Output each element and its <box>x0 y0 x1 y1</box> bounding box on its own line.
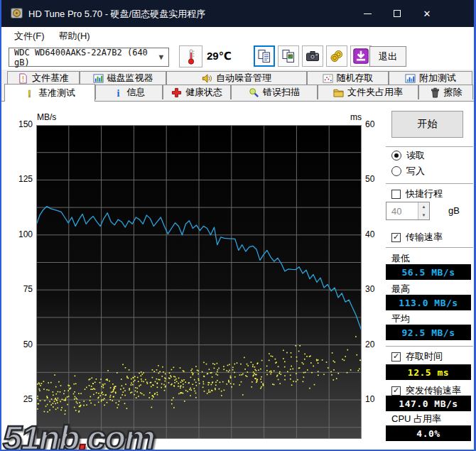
trash-icon <box>430 87 440 98</box>
right-axis-title: ms <box>342 112 362 122</box>
tab-label: 自动噪音管理 <box>216 72 271 85</box>
temperature-button[interactable] <box>179 45 202 67</box>
tab-benchmark-active[interactable]: ! 基准测试 <box>4 84 95 102</box>
tab-random-access[interactable]: 随机存取 <box>307 71 389 85</box>
short-stroke-row[interactable]: 快捷行程 <box>391 188 443 200</box>
benchmark-content: MB/s ms 150125100755025605040302010 开始 读… <box>1 101 474 450</box>
close-button[interactable]: ✕ <box>412 0 442 27</box>
tab-label: 随机存取 <box>337 72 374 85</box>
coins-icon <box>330 49 344 63</box>
svg-text:!: ! <box>28 88 31 99</box>
write-radio[interactable] <box>391 166 401 176</box>
avg-label: 平均 <box>391 313 410 325</box>
tab-label: 磁盘监视器 <box>107 72 153 85</box>
menu-file[interactable]: 文件(F) <box>7 27 52 45</box>
transfer-rate-checkbox[interactable] <box>391 233 401 242</box>
benchmark-chart <box>36 125 362 439</box>
camera-icon <box>305 49 320 63</box>
tab-extra-tests[interactable]: 附加测试 <box>389 71 472 85</box>
hdtune-window: HD Tune Pro 5.70 - 硬盘/固态硬盘实用程序 ✕ 文件(F) 帮… <box>0 0 476 451</box>
min-speed-display: 56.5 MB/s <box>386 264 471 280</box>
stepper-arrows[interactable]: ▲ ▼ <box>418 202 429 219</box>
stepper-down-icon[interactable]: ▼ <box>418 211 429 219</box>
toolbar: WDC WD6400AAKS-22A7B2 (640 gB) ▼ 29℃ <box>1 45 474 70</box>
register-button[interactable] <box>326 45 347 67</box>
short-stroke-label: 快捷行程 <box>406 188 443 200</box>
left-axis-tick: 25 <box>10 394 33 404</box>
disk-monitor-icon <box>93 73 104 84</box>
max-speed-display: 113.0 MB/s <box>386 295 471 310</box>
left-axis-title: MB/s <box>37 112 56 122</box>
app-harddisk-icon <box>11 7 23 19</box>
tab-disk-monitor[interactable]: 磁盘监视器 <box>80 71 166 85</box>
left-axis-tick: 50 <box>10 339 33 349</box>
transfer-rate-row[interactable]: 传输速率 <box>391 231 443 244</box>
copy-image-icon <box>281 49 296 63</box>
burst-rate-checkbox[interactable] <box>391 386 401 396</box>
write-radio-label: 写入 <box>406 165 425 178</box>
minimize-icon <box>364 13 372 14</box>
left-axis-tick: 75 <box>10 284 33 294</box>
close-icon: ✕ <box>423 9 431 19</box>
drive-select-dropdown[interactable]: WDC WD6400AAKS-22A7B2 (640 gB) ▼ <box>9 48 169 67</box>
capacity-value: 40 <box>391 206 401 217</box>
tab-file-benchmark[interactable]: ! 文件基准 <box>7 71 80 85</box>
access-time-display: 12.5 ms <box>386 364 471 380</box>
capacity-stepper[interactable]: 40 ▲ ▼ <box>386 202 430 220</box>
temperature-value: 29℃ <box>207 50 232 63</box>
right-axis-tick: 30 <box>365 284 385 294</box>
right-axis-tick: 60 <box>365 119 385 129</box>
capacity-unit: gB <box>448 205 460 216</box>
svg-text:i: i <box>117 87 119 98</box>
tab-label: 信息 <box>127 86 146 99</box>
transfer-rate-label: 传输速率 <box>406 231 443 244</box>
right-axis-tick: 20 <box>365 339 385 349</box>
copy-text-button[interactable] <box>254 45 275 67</box>
start-button[interactable]: 开始 <box>391 111 463 138</box>
tab-error-scan[interactable]: 错误扫描 <box>231 85 318 99</box>
maximize-button[interactable] <box>382 0 412 27</box>
read-radio-label: 读取 <box>406 149 425 162</box>
extra-tests-icon <box>405 73 416 84</box>
copy-image-button[interactable] <box>278 45 299 67</box>
exit-button[interactable]: 退出 <box>369 46 406 67</box>
access-time-checkbox[interactable] <box>391 352 401 362</box>
screenshot-button[interactable] <box>302 45 323 67</box>
speaker-icon <box>202 73 212 84</box>
tab-label: 文件基准 <box>32 72 69 85</box>
toolbar-buttons <box>254 45 372 67</box>
avg-speed-display: 92.5 MB/s <box>386 325 471 340</box>
read-radio-row[interactable]: 读取 <box>391 149 425 162</box>
minimize-button[interactable] <box>352 0 382 27</box>
tab-aam[interactable]: 自动噪音管理 <box>166 71 307 85</box>
tab-label: 健康状态 <box>185 86 222 99</box>
tab-health[interactable]: 健康状态 <box>163 85 231 99</box>
separator <box>386 346 473 347</box>
access-time-row[interactable]: 存取时间 <box>391 350 443 363</box>
info-icon: i <box>113 87 124 98</box>
tab-info[interactable]: i 信息 <box>95 85 163 99</box>
save-results-button[interactable] <box>350 45 372 67</box>
menu-help[interactable]: 帮助(H) <box>52 27 97 45</box>
stepper-up-icon[interactable]: ▲ <box>418 202 429 211</box>
write-radio-row[interactable]: 写入 <box>391 165 425 178</box>
tab-folder-usage[interactable]: 文件夹占用率 <box>318 85 418 99</box>
drive-select-value: WDC WD6400AAKS-22A7B2 (640 gB) <box>14 48 153 67</box>
separator <box>386 146 473 147</box>
tab-erase[interactable]: 擦除 <box>418 85 473 99</box>
short-stroke-checkbox[interactable] <box>391 190 401 199</box>
tab-label: 错误扫描 <box>263 86 300 99</box>
burst-rate-display: 147.0 MB/s <box>386 396 471 411</box>
right-axis-tick: 40 <box>365 229 385 239</box>
maximize-icon <box>394 10 401 17</box>
right-axis-tick: 10 <box>365 394 385 404</box>
tab-label: 文件夹占用率 <box>347 86 403 99</box>
separator <box>386 247 473 248</box>
access-time-label: 存取时间 <box>406 350 443 363</box>
cpu-usage-label: CPU 占用率 <box>391 413 441 425</box>
title-bar: HD Tune Pro 5.70 - 硬盘/固态硬盘实用程序 ✕ <box>1 0 474 27</box>
tab-label: 擦除 <box>444 86 463 99</box>
window-title: HD Tune Pro 5.70 - 硬盘/固态硬盘实用程序 <box>28 8 205 21</box>
read-radio[interactable] <box>391 151 401 161</box>
scatter-icon <box>323 73 333 84</box>
